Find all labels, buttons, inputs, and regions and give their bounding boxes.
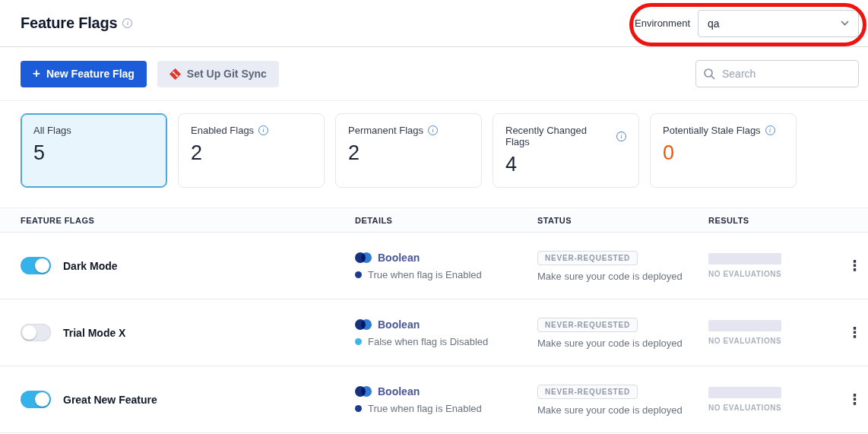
- flag-type: Boolean: [378, 318, 420, 331]
- info-icon[interactable]: i: [765, 125, 775, 135]
- git-icon: [169, 68, 181, 80]
- toolbar: + New Feature Flag Set Up Git Sync: [0, 47, 868, 101]
- flag-toggle[interactable]: [21, 324, 51, 341]
- value-dot-icon: [355, 271, 362, 278]
- stat-card-potentially-stale-flags[interactable]: Potentially Stale Flags i 0: [650, 113, 797, 188]
- table-row: Trial Mode X Boolean False when flag is …: [0, 299, 868, 366]
- stat-label: Enabled Flags: [191, 125, 254, 136]
- kebab-menu-icon[interactable]: ⋮: [843, 391, 866, 408]
- value-dot-icon: [355, 338, 362, 345]
- boolean-icon: [355, 319, 372, 330]
- flag-default-behavior: False when flag is Disabled: [368, 336, 488, 347]
- search-box: [695, 60, 859, 87]
- status-text: Make sure your code is deployed: [537, 404, 708, 416]
- page-header: Feature Flags i Environment qa: [0, 0, 868, 47]
- search-input[interactable]: [695, 60, 859, 87]
- page-title: Feature Flags: [21, 14, 117, 32]
- table-row: Great New Feature Boolean True when flag…: [0, 366, 868, 433]
- results-caption: NO EVALUATIONS: [708, 337, 834, 345]
- results-caption: NO EVALUATIONS: [708, 270, 834, 278]
- info-icon[interactable]: i: [122, 18, 132, 28]
- environment-select[interactable]: qa: [698, 10, 859, 37]
- toggle-knob: [22, 325, 36, 340]
- info-icon[interactable]: i: [258, 125, 268, 135]
- toggle-knob: [35, 258, 49, 273]
- results-bar: [708, 320, 781, 331]
- status-badge: NEVER-REQUESTED: [537, 318, 638, 332]
- stat-value: 4: [505, 153, 626, 176]
- stat-label: Permanent Flags: [348, 125, 423, 136]
- results-bar: [708, 387, 781, 398]
- environment-value: qa: [708, 17, 720, 30]
- plus-icon: +: [33, 67, 40, 80]
- flag-type: Boolean: [378, 385, 420, 398]
- flag-name[interactable]: Dark Mode: [63, 260, 118, 272]
- git-sync-label: Set Up Git Sync: [187, 68, 267, 80]
- flag-default-behavior: True when flag is Enabled: [368, 269, 482, 280]
- stat-value: 0: [663, 141, 784, 165]
- flag-type: Boolean: [378, 252, 420, 264]
- search-icon: [703, 68, 715, 80]
- flag-default-behavior: True when flag is Enabled: [368, 403, 482, 414]
- column-header-details: DETAILS: [355, 216, 537, 225]
- stat-cards: All Flags 5 Enabled Flags i 2 Permanent …: [21, 113, 797, 188]
- info-icon[interactable]: i: [616, 131, 626, 141]
- column-header-results: RESULTS: [708, 216, 834, 225]
- status-badge: NEVER-REQUESTED: [537, 251, 638, 265]
- stat-card-recently-changed-flags[interactable]: Recently Changed Flags i 4: [493, 113, 639, 188]
- column-header-feature-flags: FEATURE FLAGS: [21, 216, 355, 225]
- stat-card-permanent-flags[interactable]: Permanent Flags i 2: [335, 113, 482, 188]
- kebab-menu-icon[interactable]: ⋮: [843, 324, 866, 341]
- kebab-menu-icon[interactable]: ⋮: [843, 257, 866, 274]
- boolean-icon: [355, 252, 372, 263]
- stat-value: 2: [191, 141, 312, 165]
- new-feature-flag-button[interactable]: + New Feature Flag: [21, 61, 147, 87]
- status-text: Make sure your code is deployed: [537, 271, 708, 282]
- column-header-status: STATUS: [537, 216, 708, 225]
- table-header: FEATURE FLAGS DETAILS STATUS RESULTS: [0, 207, 868, 233]
- flag-toggle[interactable]: [21, 257, 51, 274]
- new-feature-flag-label: New Feature Flag: [46, 68, 135, 80]
- results-caption: NO EVALUATIONS: [708, 404, 834, 412]
- results-bar: [708, 253, 781, 265]
- status-text: Make sure your code is deployed: [537, 337, 708, 349]
- flag-name[interactable]: Great New Feature: [63, 394, 157, 406]
- git-sync-button[interactable]: Set Up Git Sync: [157, 61, 279, 87]
- environment-label: Environment: [635, 17, 690, 29]
- stat-label: Potentially Stale Flags: [663, 125, 761, 136]
- toggle-knob: [35, 392, 49, 407]
- boolean-icon: [355, 386, 372, 397]
- flag-name[interactable]: Trial Mode X: [63, 327, 125, 339]
- stat-value: 5: [33, 141, 154, 165]
- flag-toggle[interactable]: [21, 391, 51, 408]
- info-icon[interactable]: i: [428, 125, 438, 135]
- stat-card-all-flags[interactable]: All Flags 5: [21, 113, 167, 188]
- chevron-down-icon: [841, 21, 849, 26]
- stat-card-enabled-flags[interactable]: Enabled Flags i 2: [178, 113, 325, 188]
- table-row: Dark Mode Boolean True when flag is Enab…: [0, 233, 868, 299]
- status-badge: NEVER-REQUESTED: [537, 385, 638, 399]
- stat-value: 2: [348, 141, 469, 165]
- stat-label: All Flags: [33, 125, 71, 136]
- value-dot-icon: [355, 405, 362, 412]
- stat-label: Recently Changed Flags: [505, 125, 612, 147]
